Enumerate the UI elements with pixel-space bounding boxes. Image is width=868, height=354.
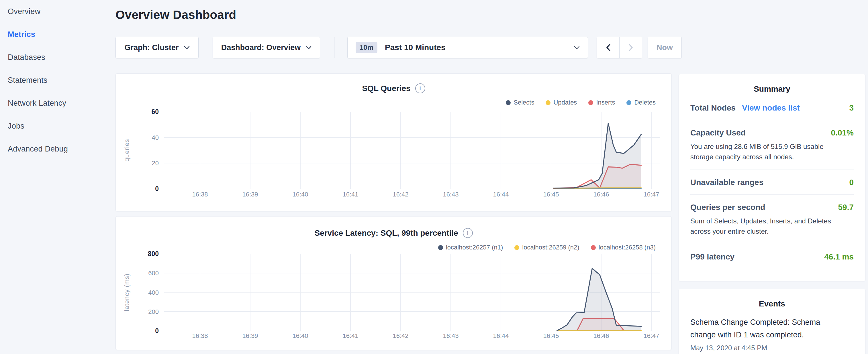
time-pager <box>597 37 642 58</box>
svg-text:16:39: 16:39 <box>242 191 258 198</box>
event-timestamp: May 13, 2020 at 4:45 PM <box>690 344 854 352</box>
svg-text:800: 800 <box>148 250 159 257</box>
summary-row-queries-per-second: Queries per second59.7Sum of Selects, Up… <box>690 195 854 244</box>
svg-text:600: 600 <box>148 269 159 277</box>
svg-text:16:38: 16:38 <box>192 191 208 198</box>
svg-text:60: 60 <box>151 108 159 116</box>
summary-row-value: 59.7 <box>838 203 854 212</box>
events-panel: Events Schema Change Completed: Schema c… <box>679 289 865 354</box>
time-window-badge: 10m <box>355 42 377 53</box>
summary-row-label: Capacity Used <box>690 128 746 137</box>
svg-text:16:46: 16:46 <box>593 332 609 340</box>
svg-text:16:43: 16:43 <box>443 191 459 198</box>
summary-row-description: Sum of Selects, Updates, Inserts, and De… <box>690 216 842 236</box>
summary-row-header: Unavailable ranges0 <box>690 178 854 187</box>
controls-bar: Graph: Cluster Dashboard: Overview 10m P… <box>116 37 682 58</box>
next-time-button[interactable] <box>620 37 642 58</box>
view-nodes-list-link[interactable]: View nodes list <box>742 103 800 112</box>
page-title: Overview Dashboard <box>116 8 236 22</box>
sidebar-item-overview[interactable]: Overview <box>8 0 105 23</box>
app-root: OverviewMetricsDatabasesStatementsNetwor… <box>0 0 868 354</box>
chevron-down-icon <box>574 46 580 50</box>
summary-row-capacity-used: Capacity Used0.01%You are using 28.6 MiB… <box>690 120 854 170</box>
chart-plot-area: 16:3816:3916:4016:4116:4216:4316:4416:45… <box>116 74 672 211</box>
summary-row-header: Total NodesView nodes list3 <box>690 103 854 112</box>
svg-text:latency (ms): latency (ms) <box>123 273 130 311</box>
events-body: Schema Change Completed: Schema change w… <box>679 316 865 352</box>
svg-text:0: 0 <box>155 327 159 334</box>
graph-dropdown[interactable]: Graph: Cluster <box>116 37 198 58</box>
sidebar-item-network-latency[interactable]: Network Latency <box>8 92 105 115</box>
summary-row-label: Queries per second <box>690 203 765 212</box>
chevron-right-icon <box>628 43 633 52</box>
summary-row-value: 0 <box>849 178 854 187</box>
summary-row-value: 3 <box>849 103 854 112</box>
dashboard-dropdown[interactable]: Dashboard: Overview <box>213 37 320 58</box>
svg-text:16:47: 16:47 <box>643 191 659 198</box>
svg-text:200: 200 <box>148 308 159 315</box>
svg-text:16:45: 16:45 <box>543 191 559 198</box>
svg-text:400: 400 <box>148 289 159 296</box>
event-text: Schema Change Completed: Schema change w… <box>690 316 839 341</box>
service-latency-chart-card: Service Latency: SQL, 99th percentileilo… <box>116 216 672 350</box>
event-list-item: Schema Change Completed: Schema change w… <box>690 316 854 352</box>
svg-text:16:38: 16:38 <box>192 332 208 340</box>
svg-text:16:40: 16:40 <box>292 332 308 340</box>
sql-queries-chart-card: SQL QueriesiSelectsUpdatesInsertsDeletes… <box>116 73 672 212</box>
summary-row-value: 0.01% <box>831 128 854 137</box>
summary-row-label: Unavailable ranges <box>690 178 764 187</box>
sidebar-item-advanced-debug[interactable]: Advanced Debug <box>8 137 105 160</box>
chevron-down-icon <box>306 46 311 50</box>
summary-title: Summary <box>679 85 865 94</box>
sidebar-item-metrics[interactable]: Metrics <box>8 23 105 46</box>
svg-text:16:43: 16:43 <box>443 332 459 340</box>
prev-time-button[interactable] <box>597 37 620 58</box>
svg-text:16:41: 16:41 <box>342 332 358 340</box>
summary-body: Total NodesView nodes list3Capacity Used… <box>679 95 865 269</box>
summary-row-total-nodes: Total NodesView nodes list3 <box>690 95 854 120</box>
svg-text:20: 20 <box>152 160 159 167</box>
summary-row-p99-latency: P99 latency46.1 ms <box>690 244 854 269</box>
svg-text:40: 40 <box>152 134 159 141</box>
sidebar-item-databases[interactable]: Databases <box>8 46 105 69</box>
summary-row-label: P99 latency <box>690 252 735 261</box>
summary-row-header: Capacity Used0.01% <box>690 128 854 137</box>
sidebar-item-jobs[interactable]: Jobs <box>8 115 105 137</box>
svg-text:16:40: 16:40 <box>292 191 308 198</box>
svg-text:0: 0 <box>155 185 159 192</box>
chart-plot-area: 16:3816:3916:4016:4116:4216:4316:4416:45… <box>116 217 672 350</box>
graph-dropdown-label: Graph: Cluster <box>124 43 179 52</box>
summary-panel: Summary Total NodesView nodes list3Capac… <box>679 74 865 281</box>
svg-text:16:42: 16:42 <box>393 191 408 198</box>
svg-text:queries: queries <box>123 139 130 162</box>
sidebar-nav: OverviewMetricsDatabasesStatementsNetwor… <box>8 0 105 160</box>
svg-text:16:39: 16:39 <box>242 332 258 340</box>
svg-text:16:42: 16:42 <box>393 332 408 340</box>
summary-row-header: Queries per second59.7 <box>690 203 854 212</box>
chevron-down-icon <box>184 46 190 50</box>
time-range-label: Past 10 Minutes <box>385 43 445 52</box>
summary-row-header: P99 latency46.1 ms <box>690 252 854 261</box>
svg-text:16:47: 16:47 <box>643 332 659 340</box>
svg-text:16:44: 16:44 <box>493 332 509 340</box>
sidebar-item-statements[interactable]: Statements <box>8 69 105 92</box>
chevron-left-icon <box>606 43 611 52</box>
svg-text:16:44: 16:44 <box>493 191 509 198</box>
summary-row-label: Total Nodes <box>690 103 736 112</box>
time-range-selector[interactable]: 10m Past 10 Minutes <box>347 37 588 58</box>
dashboard-dropdown-label: Dashboard: Overview <box>221 43 301 52</box>
events-title: Events <box>679 299 865 309</box>
now-button[interactable]: Now <box>648 37 682 58</box>
summary-row-unavailable-ranges: Unavailable ranges0 <box>690 170 854 195</box>
summary-row-description: You are using 28.6 MiB of 515.9 GiB usab… <box>690 141 842 162</box>
svg-text:16:46: 16:46 <box>593 191 609 198</box>
summary-row-value: 46.1 ms <box>824 252 854 261</box>
svg-text:16:45: 16:45 <box>543 332 559 340</box>
svg-text:16:41: 16:41 <box>342 191 358 198</box>
